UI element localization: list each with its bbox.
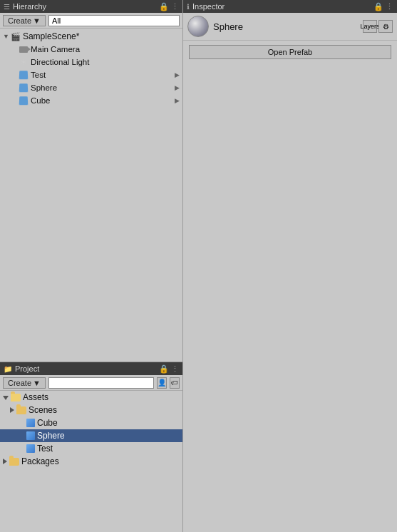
inspector-tag-button[interactable]: ⚙ [378,20,393,33]
open-prefab-button[interactable]: Open Prefab [189,45,391,59]
project-header: 📁 Project 🔒 ⋮ [0,362,182,375]
project-section: 📁 Project 🔒 ⋮ Create ▼ 👤 🏷 Assets [0,362,182,532]
hierarchy-header: ☰ Hierarchy 🔒 ⋮ [0,0,182,13]
assets-label: Assets [23,392,48,402]
inspector-menu-icon[interactable]: ⋮ [386,2,393,11]
inspector-title: Inspector [192,2,225,11]
project-tree: Assets Scenes Cube Sphere [0,391,182,532]
inspector-panel: ℹ Inspector 🔒 ⋮ Sphere Layers ⚙ Open Pre… [183,0,397,532]
project-filter-button[interactable]: 👤 [157,377,167,389]
project-toolbar: Create ▼ 👤 🏷 [0,375,182,391]
hierarchy-item-sphere[interactable]: Sphere ▶ [0,81,182,94]
inspector-header: ℹ Inspector 🔒 ⋮ [183,0,397,13]
packages-arrow-icon [3,456,9,466]
scenes-arrow-icon [10,405,16,415]
scenes-folder-icon [16,406,26,414]
project-item-assets[interactable]: Assets [0,391,182,404]
open-prefab-row: Open Prefab [183,41,397,63]
scene-icon: 🎬 [11,32,21,41]
test-3d-icon [19,70,29,80]
test-label: Test [31,71,175,79]
hierarchy-item-cube[interactable]: Cube ▶ [0,94,182,107]
hierarchy-header-icon: ☰ [4,3,10,11]
hierarchy-tree: ▼ 🎬 SampleScene* Main Camera ☀ Direction… [0,29,182,362]
camera-icon [19,44,29,54]
sphere-project-label: Sphere [37,431,65,441]
hierarchy-toolbar: Create ▼ [0,13,182,29]
project-title: Project [15,364,39,373]
cube-chevron-icon: ▶ [175,97,180,104]
inspector-object-row: Sphere Layers ⚙ [183,13,397,41]
hierarchy-menu-icon[interactable]: ⋮ [171,2,179,11]
inspector-object-name: Sphere [213,21,359,32]
project-search-input[interactable] [48,377,154,389]
project-item-test[interactable]: Test [0,442,182,455]
project-lock-icon[interactable]: 🔒 [159,364,169,374]
packages-label: Packages [21,456,59,466]
test-project-label: Test [37,444,53,454]
hierarchy-search-input[interactable] [48,15,180,26]
hierarchy-scene-root[interactable]: ▼ 🎬 SampleScene* [0,30,182,43]
assets-arrow-icon [3,392,11,402]
main-camera-label: Main Camera [31,45,180,53]
project-item-cube[interactable]: Cube [0,416,182,429]
cube-3d-icon [19,96,29,106]
project-item-scenes[interactable]: Scenes [0,404,182,416]
project-item-sphere[interactable]: Sphere [0,429,182,442]
project-header-icon: 📁 [4,365,12,373]
cube-label: Cube [31,96,175,105]
sphere-preview-icon [187,16,209,37]
sphere-chevron-icon: ▶ [175,84,180,91]
hierarchy-title: Hierarchy [13,2,46,11]
hierarchy-item-main-camera[interactable]: Main Camera [0,43,182,56]
hierarchy-item-directional-light[interactable]: ☀ Directional Light [0,56,182,68]
project-create-button[interactable]: Create ▼ [3,377,46,389]
inspector-body: Sphere Layers ⚙ Open Prefab [183,13,397,532]
assets-folder-icon [11,394,21,401]
test-small-3d-icon [26,444,35,453]
directional-light-icon: ☀ [19,57,29,67]
directional-light-label: Directional Light [31,58,180,66]
hierarchy-item-test[interactable]: Test ▶ [0,68,182,81]
cube-project-label: Cube [37,418,58,428]
cube-small-3d-icon [26,419,35,427]
scene-arrow-icon: ▼ [3,33,9,40]
project-tag-button[interactable]: 🏷 [170,377,180,389]
sphere-small-3d-icon [26,431,35,440]
left-panel: ☰ Hierarchy 🔒 ⋮ Create ▼ ▼ 🎬 SampleScene… [0,0,183,532]
inspector-header-icon: ℹ [187,3,190,11]
scenes-label: Scenes [29,405,57,415]
sphere-3d-icon [19,83,29,93]
project-menu-icon[interactable]: ⋮ [171,364,179,374]
sphere-label: Sphere [31,83,175,92]
hierarchy-create-button[interactable]: Create ▼ [3,15,46,26]
hierarchy-section: ☰ Hierarchy 🔒 ⋮ Create ▼ ▼ 🎬 SampleScene… [0,0,182,362]
hierarchy-lock-icon[interactable]: 🔒 [159,2,169,11]
test-chevron-icon: ▶ [175,71,180,78]
inspector-layers-button[interactable]: Layers [363,20,377,33]
project-item-packages[interactable]: Packages [0,455,182,468]
inspector-lock-icon[interactable]: 🔒 [373,2,383,11]
scene-name: SampleScene* [23,31,79,41]
packages-folder-icon [9,458,19,466]
